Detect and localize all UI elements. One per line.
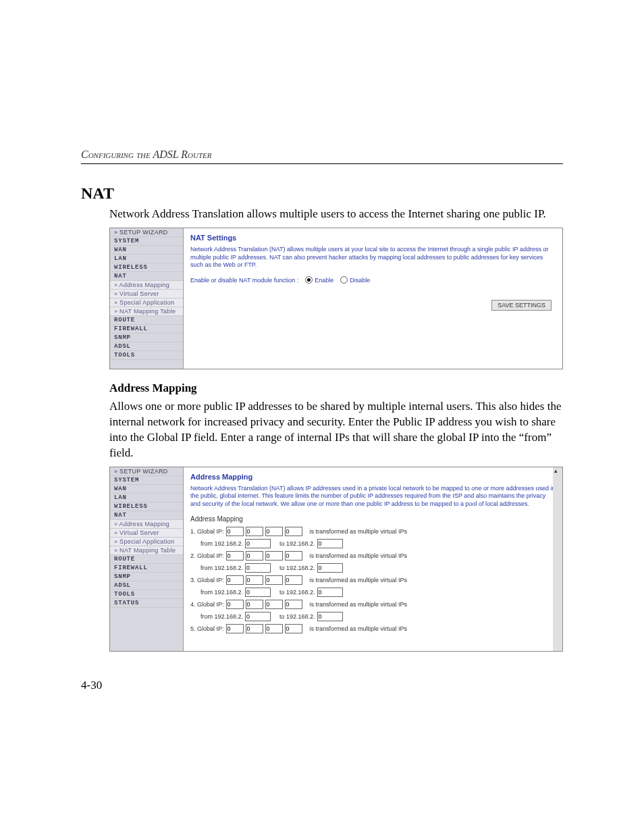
transformed-label: is transformed as multiple virtual IPs bbox=[310, 528, 408, 535]
sidebar: » SETUP WIZARDSYSTEMWANLANWIRELESSNAT» A… bbox=[110, 228, 184, 369]
main-pane: Address Mapping Network Address Translat… bbox=[184, 467, 562, 651]
sidebar-item[interactable]: » Special Application bbox=[110, 538, 183, 546]
from-input[interactable] bbox=[245, 563, 271, 573]
ip-octet-input[interactable] bbox=[246, 624, 263, 633]
global-ip-row: 3. Global IP: is transformed as multiple… bbox=[190, 575, 556, 585]
from-input[interactable] bbox=[245, 612, 271, 621]
sidebar-item[interactable]: WIRELESS bbox=[110, 263, 183, 272]
sidebar-item[interactable]: » NAT Mapping Table bbox=[110, 546, 183, 555]
sidebar-item[interactable]: » Virtual Server bbox=[110, 290, 183, 298]
ip-octet-input[interactable] bbox=[246, 600, 263, 609]
radio-icon bbox=[305, 276, 313, 284]
sidebar-item[interactable]: SYSTEM bbox=[110, 476, 183, 485]
global-ip-label: 1. Global IP: bbox=[190, 528, 224, 535]
mapping-subheading: Address Mapping bbox=[190, 515, 556, 523]
ip-octet-input[interactable] bbox=[226, 600, 244, 609]
sidebar-item[interactable]: » Address Mapping bbox=[110, 520, 183, 529]
ip-octet-input[interactable] bbox=[285, 527, 302, 536]
sidebar-item[interactable]: LAN bbox=[110, 494, 183, 502]
save-settings-button[interactable]: SAVE SETTINGS bbox=[491, 300, 552, 311]
pane-description: Network Address Translation (NAT) allows… bbox=[190, 485, 556, 509]
from-input[interactable] bbox=[245, 539, 271, 548]
to-label: to 192.168.2. bbox=[279, 565, 315, 571]
sidebar-item[interactable]: SNMP bbox=[110, 334, 183, 342]
ip-octet-input[interactable] bbox=[246, 551, 263, 561]
address-mapping-screenshot: » SETUP WIZARDSYSTEMWANLANWIRELESSNAT» A… bbox=[109, 467, 563, 652]
to-input[interactable] bbox=[317, 539, 343, 548]
ip-octet-input[interactable] bbox=[246, 575, 263, 585]
ip-octet-input[interactable] bbox=[285, 624, 302, 633]
global-ip-label: 4. Global IP: bbox=[190, 601, 224, 608]
sidebar-item[interactable]: ROUTE bbox=[110, 555, 183, 564]
sidebar-item[interactable]: NAT bbox=[110, 511, 183, 520]
ip-octet-input[interactable] bbox=[265, 624, 283, 633]
sidebar-item[interactable]: FIREWALL bbox=[110, 564, 183, 573]
sidebar-item[interactable]: » SETUP WIZARD bbox=[110, 228, 183, 237]
ip-octet-input[interactable] bbox=[265, 551, 283, 561]
sidebar-item[interactable]: FIREWALL bbox=[110, 325, 183, 334]
running-header: Configuring the ADSL Router bbox=[81, 149, 563, 161]
ip-octet-input[interactable] bbox=[285, 551, 302, 561]
to-label: to 192.168.2. bbox=[279, 613, 315, 620]
sidebar-item[interactable]: WAN bbox=[110, 246, 183, 255]
sidebar-item[interactable]: » SETUP WIZARD bbox=[110, 467, 183, 476]
enable-radio[interactable]: Enable bbox=[305, 276, 333, 284]
radio-icon bbox=[340, 276, 348, 284]
ip-octet-input[interactable] bbox=[265, 600, 283, 609]
ip-octet-input[interactable] bbox=[226, 624, 244, 633]
section-title: NAT bbox=[81, 184, 563, 203]
ip-octet-input[interactable] bbox=[265, 575, 283, 585]
ip-octet-input[interactable] bbox=[285, 600, 302, 609]
sidebar-item[interactable]: » NAT Mapping Table bbox=[110, 307, 183, 316]
sidebar-item[interactable]: » Address Mapping bbox=[110, 281, 183, 290]
from-label: from 192.168.2. bbox=[200, 540, 243, 547]
disable-radio-label: Disable bbox=[350, 277, 370, 284]
ip-octet-input[interactable] bbox=[285, 575, 302, 585]
from-input[interactable] bbox=[245, 588, 271, 597]
sidebar-item[interactable]: » Virtual Server bbox=[110, 529, 183, 538]
sidebar-item[interactable]: ADSL bbox=[110, 342, 183, 351]
subsection-title: Address Mapping bbox=[109, 382, 563, 395]
sidebar-item[interactable]: WIRELESS bbox=[110, 502, 183, 511]
sidebar-item[interactable]: SNMP bbox=[110, 573, 183, 581]
sidebar-item[interactable]: ADSL bbox=[110, 581, 183, 590]
sidebar-item[interactable]: SYSTEM bbox=[110, 237, 183, 246]
scrollbar[interactable] bbox=[553, 467, 562, 651]
from-to-row: from 192.168.2.to 192.168.2. bbox=[190, 563, 556, 573]
transformed-label: is transformed as multiple virtual IPs bbox=[310, 577, 408, 583]
global-ip-row: 1. Global IP: is transformed as multiple… bbox=[190, 527, 556, 536]
ip-octet-input[interactable] bbox=[226, 575, 244, 585]
sidebar-item[interactable]: TOOLS bbox=[110, 590, 183, 599]
to-input[interactable] bbox=[317, 612, 343, 621]
section-intro: Network Address Translation allows multi… bbox=[109, 207, 563, 222]
sidebar-item[interactable]: STATUS bbox=[110, 599, 183, 608]
ip-octet-input[interactable] bbox=[246, 527, 263, 536]
disable-radio[interactable]: Disable bbox=[340, 276, 370, 284]
global-ip-row: 5. Global IP: is transformed as multiple… bbox=[190, 624, 556, 633]
sidebar-item[interactable]: WAN bbox=[110, 485, 183, 494]
ip-octet-input[interactable] bbox=[226, 551, 244, 561]
from-to-row: from 192.168.2.to 192.168.2. bbox=[190, 612, 556, 621]
sidebar-item[interactable]: ROUTE bbox=[110, 316, 183, 325]
global-ip-label: 3. Global IP: bbox=[190, 577, 224, 583]
from-label: from 192.168.2. bbox=[200, 565, 243, 571]
to-input[interactable] bbox=[317, 588, 343, 597]
from-to-row: from 192.168.2.to 192.168.2. bbox=[190, 539, 556, 548]
to-input[interactable] bbox=[317, 563, 343, 573]
ip-octet-input[interactable] bbox=[226, 527, 244, 536]
sidebar: » SETUP WIZARDSYSTEMWANLANWIRELESSNAT» A… bbox=[110, 467, 184, 651]
global-ip-row: 4. Global IP: is transformed as multiple… bbox=[190, 600, 556, 609]
sidebar-item[interactable]: NAT bbox=[110, 272, 183, 281]
main-pane: NAT Settings Network Address Translation… bbox=[184, 228, 562, 369]
to-label: to 192.168.2. bbox=[279, 589, 315, 596]
from-to-row: from 192.168.2.to 192.168.2. bbox=[190, 588, 556, 597]
ip-octet-input[interactable] bbox=[265, 527, 283, 536]
sidebar-item[interactable]: LAN bbox=[110, 255, 183, 263]
sidebar-item[interactable]: TOOLS bbox=[110, 351, 183, 360]
sidebar-item[interactable]: » Special Application bbox=[110, 298, 183, 307]
pane-title: NAT Settings bbox=[190, 234, 556, 242]
pane-description: Network Address Translation (NAT) allows… bbox=[190, 246, 556, 269]
from-label: from 192.168.2. bbox=[200, 589, 243, 596]
nat-toggle-label: Enable or disable NAT module function : bbox=[190, 277, 298, 284]
nat-toggle-row: Enable or disable NAT module function : … bbox=[190, 276, 556, 284]
